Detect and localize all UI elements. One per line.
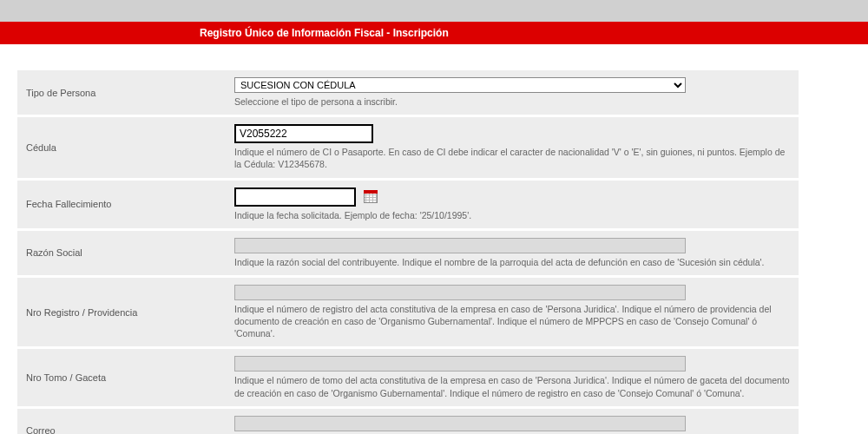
label-correo: Correo bbox=[17, 407, 226, 434]
row-nro-registro: Nro Registro / Providencia Indique el nú… bbox=[17, 276, 799, 348]
row-correo: Correo Indique el correo electrónico. bbox=[17, 407, 799, 434]
row-nro-tomo: Nro Tomo / Gaceta Indique el número de t… bbox=[17, 348, 799, 407]
hint-nro-registro: Indique el número de registro del acta c… bbox=[234, 303, 790, 340]
row-tipo-persona: Tipo de Persona SUCESION CON CÉDULA Sele… bbox=[17, 70, 799, 116]
label-cedula: Cédula bbox=[17, 116, 226, 179]
hint-cedula: Indique el número de CI o Pasaporte. En … bbox=[234, 146, 790, 170]
label-nro-registro: Nro Registro / Providencia bbox=[17, 276, 226, 348]
label-razon-social: Razón Social bbox=[17, 229, 226, 276]
hint-tipo-persona: Seleccione el tipo de persona a inscribi… bbox=[234, 95, 790, 108]
row-razon-social: Razón Social Indique la razón social del… bbox=[17, 229, 799, 276]
nro-tomo-input bbox=[234, 356, 686, 372]
label-fecha-fallecimiento: Fecha Fallecimiento bbox=[17, 179, 226, 229]
hint-razon-social: Indique la razón social del contribuyent… bbox=[234, 256, 790, 268]
label-tipo-persona: Tipo de Persona bbox=[17, 70, 226, 116]
calendar-icon[interactable] bbox=[364, 190, 378, 203]
label-nro-tomo: Nro Tomo / Gaceta bbox=[17, 348, 226, 407]
correo-input bbox=[234, 416, 686, 431]
cedula-input[interactable] bbox=[234, 124, 373, 143]
hint-fecha-fallecimiento: Indique la fecha solicitada. Ejemplo de … bbox=[234, 209, 790, 221]
tipo-persona-select[interactable]: SUCESION CON CÉDULA bbox=[234, 77, 686, 93]
row-fecha-fallecimiento: Fecha Fallecimiento Indique la fecha sol… bbox=[17, 179, 799, 229]
hint-nro-tomo: Indique el número de tomo del acta const… bbox=[234, 374, 790, 398]
page-title: Registro Único de Información Fiscal - I… bbox=[0, 22, 868, 44]
razon-social-input bbox=[234, 238, 686, 253]
registration-form: Tipo de Persona SUCESION CON CÉDULA Sele… bbox=[17, 70, 799, 434]
nro-registro-input bbox=[234, 285, 686, 300]
top-spacer bbox=[0, 0, 868, 22]
row-cedula: Cédula Indique el número de CI o Pasapor… bbox=[17, 116, 799, 179]
fecha-fallecimiento-input[interactable] bbox=[234, 187, 356, 207]
